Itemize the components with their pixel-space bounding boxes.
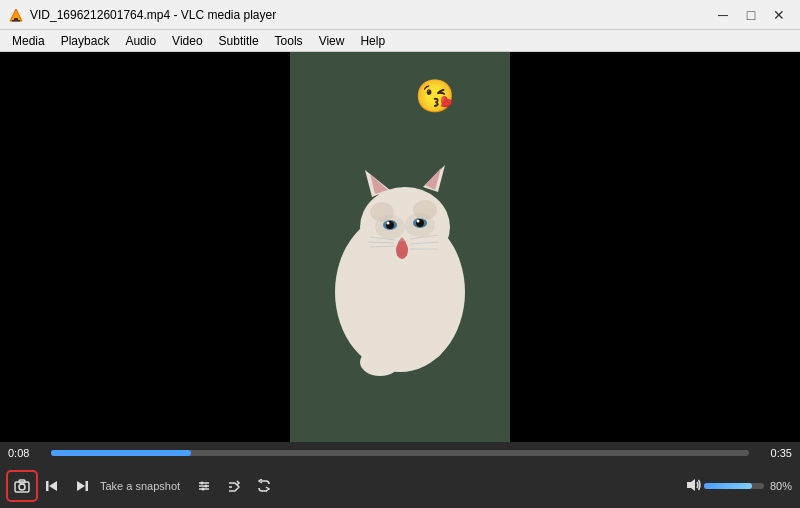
- volume-fill: [704, 483, 752, 489]
- video-frame[interactable]: 😘: [290, 52, 510, 442]
- svg-marker-33: [49, 481, 57, 491]
- svg-point-27: [360, 348, 400, 376]
- equalizer-button[interactable]: [190, 472, 218, 500]
- volume-bar[interactable]: [704, 483, 764, 489]
- maximize-button[interactable]: □: [738, 5, 764, 25]
- menu-audio[interactable]: Audio: [117, 32, 164, 50]
- volume-icon[interactable]: [686, 477, 702, 496]
- close-button[interactable]: ✕: [766, 5, 792, 25]
- svg-marker-35: [77, 481, 85, 491]
- svg-point-17: [417, 220, 420, 223]
- menu-media[interactable]: Media: [4, 32, 53, 50]
- svg-rect-2: [12, 20, 20, 22]
- menu-video[interactable]: Video: [164, 32, 210, 50]
- svg-point-29: [413, 200, 437, 220]
- menu-view[interactable]: View: [311, 32, 353, 50]
- menu-subtitle[interactable]: Subtitle: [211, 32, 267, 50]
- video-area[interactable]: 😘: [0, 52, 800, 442]
- minimize-button[interactable]: ─: [710, 5, 736, 25]
- svg-rect-1: [14, 18, 18, 20]
- skip-next-button[interactable]: [68, 472, 96, 500]
- svg-point-40: [201, 482, 204, 485]
- skip-prev-button[interactable]: [38, 472, 66, 500]
- svg-rect-36: [86, 481, 89, 491]
- volume-percent: 80%: [770, 480, 792, 492]
- progress-fill: [51, 450, 191, 456]
- svg-point-19: [396, 241, 408, 259]
- window-controls: ─ □ ✕: [710, 5, 792, 25]
- time-current: 0:08: [8, 447, 43, 459]
- svg-point-42: [202, 488, 205, 491]
- menu-tools[interactable]: Tools: [267, 32, 311, 50]
- progress-bar[interactable]: [51, 450, 749, 456]
- letterbox-right: [510, 52, 800, 442]
- app-icon: [8, 7, 24, 23]
- svg-rect-34: [46, 481, 49, 491]
- repeat-button[interactable]: [250, 472, 278, 500]
- window-title: VID_1696212601764.mp4 - VLC media player: [30, 8, 710, 22]
- menu-help[interactable]: Help: [352, 32, 393, 50]
- menu-bar: Media Playback Audio Video Subtitle Tool…: [0, 30, 800, 52]
- menu-playback[interactable]: Playback: [53, 32, 118, 50]
- title-bar: VID_1696212601764.mp4 - VLC media player…: [0, 0, 800, 30]
- shuffle-button[interactable]: [220, 472, 248, 500]
- emoji-sticker: 😘: [415, 77, 455, 115]
- controls-bar: Take a snapshot: [0, 464, 800, 508]
- letterbox-left: [0, 52, 290, 442]
- snapshot-button[interactable]: [8, 472, 36, 500]
- time-total: 0:35: [757, 447, 792, 459]
- svg-marker-43: [687, 479, 695, 491]
- svg-point-28: [370, 202, 394, 222]
- svg-point-41: [205, 485, 208, 488]
- svg-point-16: [387, 222, 390, 225]
- snapshot-label[interactable]: Take a snapshot: [100, 480, 180, 492]
- progress-area: 0:08 0:35: [0, 442, 800, 464]
- svg-point-31: [19, 484, 25, 490]
